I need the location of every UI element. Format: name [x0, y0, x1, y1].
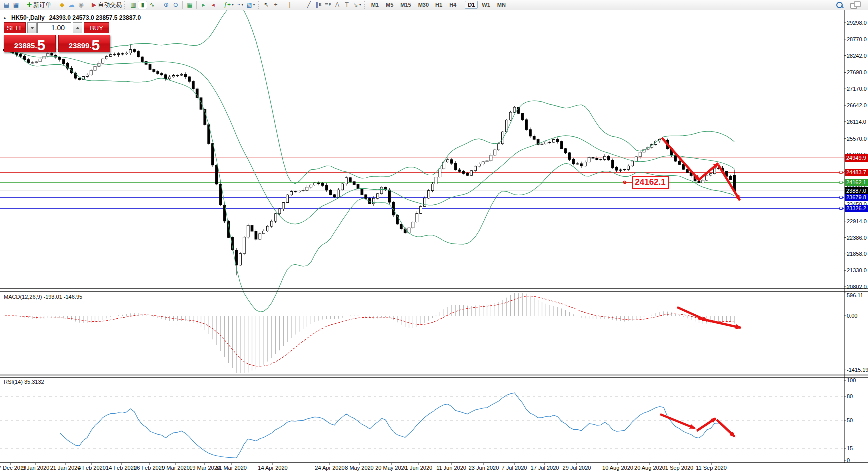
- market-watch-icon[interactable]: ▤: [2, 1, 11, 9]
- trendline-icon[interactable]: ╱: [304, 1, 314, 9]
- buy-price[interactable]: 23899.5: [58, 35, 110, 52]
- sell-button[interactable]: SELL: [4, 22, 26, 33]
- price-tick: 28770.0: [847, 36, 867, 42]
- date-label: 7 Jul 2020: [502, 465, 527, 471]
- price-tag: 23326.2: [845, 205, 868, 212]
- volume-input[interactable]: [37, 22, 71, 33]
- timeframe-M1[interactable]: M1: [368, 1, 382, 9]
- equidistant-channel-icon[interactable]: ∥E: [314, 1, 323, 9]
- tile-windows-icon[interactable]: ▦: [185, 1, 194, 9]
- price-tick: 28242.0: [847, 53, 867, 59]
- rsi-tick: 15: [847, 445, 853, 451]
- sell-price-big-digit: 5: [37, 38, 46, 52]
- one-click-trading-panel: SELL BUY 23885.5 23899.5: [4, 22, 110, 52]
- date-label: 9 Jan 2020: [22, 465, 49, 471]
- rsi-label: RSI(14) 35.3132: [4, 379, 44, 385]
- toolbar: ▤▦✚新订单◆☁◉▶自动交易▥▮∿⊕⊖▦▸◂ƒ+▾◔▾▧▾↖+|—╱∥E≡FAT…: [0, 0, 868, 10]
- text-label-icon[interactable]: T: [342, 1, 352, 9]
- new-order-icon[interactable]: ✚新订单: [25, 1, 53, 9]
- timeframe-M15[interactable]: M15: [397, 1, 414, 9]
- zoom-in-icon[interactable]: ⊕: [161, 1, 171, 9]
- date-label: 20 Aug 2020: [634, 465, 665, 471]
- autotrading-icon[interactable]: ▶自动交易: [90, 1, 123, 9]
- toolbar-separator: [196, 1, 197, 9]
- date-label: 14 Feb 2020: [106, 465, 137, 471]
- toolbar-separator: [88, 1, 88, 9]
- auto-scroll-icon[interactable]: ▸: [199, 1, 208, 9]
- date-label: 11 Sep 2020: [696, 465, 727, 471]
- timeframe-W1[interactable]: W1: [479, 1, 493, 9]
- date-label: 14 Apr 2020: [258, 465, 287, 471]
- timeframe-MN[interactable]: MN: [494, 1, 509, 9]
- symbol-period-label: HK50-,Daily: [11, 14, 45, 21]
- date-label: 9 Mar 2020: [162, 465, 190, 471]
- timeframe-M5[interactable]: M5: [383, 1, 396, 9]
- chart-canvas[interactable]: [0, 0, 868, 472]
- date-label: 29 Jul 2020: [563, 465, 591, 471]
- mt4-window: ▤▦✚新订单◆☁◉▶自动交易▥▮∿⊕⊖▦▸◂ƒ+▾◔▾▧▾↖+|—╱∥E≡FAT…: [0, 0, 868, 472]
- timeframe-M30[interactable]: M30: [415, 1, 432, 9]
- gold-icon[interactable]: ◆: [57, 1, 67, 9]
- date-label: 8 May 2020: [345, 465, 373, 471]
- crosshair-icon[interactable]: +: [271, 1, 281, 9]
- chart-shift-icon[interactable]: ◂: [208, 1, 218, 9]
- timeframe-D1[interactable]: D1: [465, 1, 478, 9]
- price-tick: 21858.0: [847, 251, 867, 257]
- text-icon[interactable]: A: [333, 1, 342, 9]
- volume-increase-button[interactable]: [73, 22, 82, 33]
- chart-window-icon[interactable]: ▦: [11, 1, 21, 9]
- sell-price[interactable]: 23885.5: [4, 35, 56, 52]
- chat-icon[interactable]: [850, 1, 859, 8]
- periods-icon[interactable]: ◔▾: [235, 1, 245, 9]
- price-tick: 25570.0: [847, 136, 867, 142]
- fibonacci-icon[interactable]: ≡F: [323, 1, 333, 9]
- price-tag: 24949.9: [845, 154, 868, 162]
- timeframe-H1[interactable]: H1: [433, 1, 445, 9]
- collapse-arrow-icon[interactable]: ▲: [3, 16, 7, 20]
- buy-price-main: 23899.: [69, 41, 92, 52]
- date-label: 23 Jun 2020: [469, 465, 499, 471]
- toolbar-drag-handle: [258, 1, 260, 9]
- timeframe-H4[interactable]: H4: [446, 1, 459, 9]
- price-tick: 29298.0: [847, 20, 867, 26]
- toolbar-separator: [462, 1, 462, 9]
- price-tick: 27698.0: [847, 69, 867, 75]
- date-label: 26 Feb 2020: [134, 465, 165, 471]
- price-tick: 26114.0: [847, 119, 866, 125]
- price-annotation-box[interactable]: 24162.1: [632, 176, 669, 189]
- sell-price-main: 23885.: [14, 41, 37, 52]
- price-tick: 27170.0: [847, 86, 867, 92]
- cursor-icon[interactable]: ↖: [262, 1, 271, 9]
- price-tick: 26642.0: [847, 102, 867, 108]
- date-label: 1 Jun 2020: [405, 465, 432, 471]
- indicators-icon[interactable]: ƒ+▾: [222, 1, 235, 9]
- date-label: 11 Jun 2020: [436, 465, 466, 471]
- macd-label: MACD(12,26,9) -193.01 -146.95: [4, 294, 82, 300]
- signal-icon[interactable]: ◉: [76, 1, 86, 9]
- triangle-up-icon: [76, 27, 80, 29]
- chart-title: ▲ HK50-,Daily 24393.0 24573.0 23857.5 23…: [3, 14, 141, 21]
- toolbar-separator: [182, 1, 183, 9]
- line-chart-icon[interactable]: ∿: [147, 1, 157, 9]
- volume-decrease-button[interactable]: [27, 22, 37, 33]
- date-label: 20 May 2020: [375, 465, 407, 471]
- date-label: 17 Jul 2020: [531, 465, 559, 471]
- trade-panel-controls: SELL BUY: [4, 22, 110, 33]
- community-icon[interactable]: ☁: [67, 1, 76, 9]
- trade-panel-prices: 23885.5 23899.5: [4, 35, 110, 52]
- candlestick-chart-icon[interactable]: ▮: [138, 1, 147, 9]
- vertical-line-icon[interactable]: |: [285, 1, 295, 9]
- search-icon[interactable]: [836, 1, 843, 9]
- arrows-icon[interactable]: ↘▾: [352, 1, 363, 9]
- zoom-out-icon[interactable]: ⊖: [171, 1, 180, 9]
- bar-chart-icon[interactable]: ▥: [128, 1, 138, 9]
- horizontal-line-icon[interactable]: —: [295, 1, 304, 9]
- templates-icon[interactable]: ▧▾: [245, 1, 256, 9]
- ohlc-values: 24393.0 24573.0 23857.5 23887.0: [49, 14, 141, 21]
- price-tick: 22386.0: [847, 235, 867, 241]
- macd-tick: -1415.19: [847, 367, 868, 373]
- buy-button[interactable]: BUY: [84, 22, 109, 33]
- date-label: 10 Aug 2020: [602, 465, 633, 471]
- rsi-tick: 100: [847, 377, 856, 383]
- price-tick: 21330.0: [847, 267, 867, 273]
